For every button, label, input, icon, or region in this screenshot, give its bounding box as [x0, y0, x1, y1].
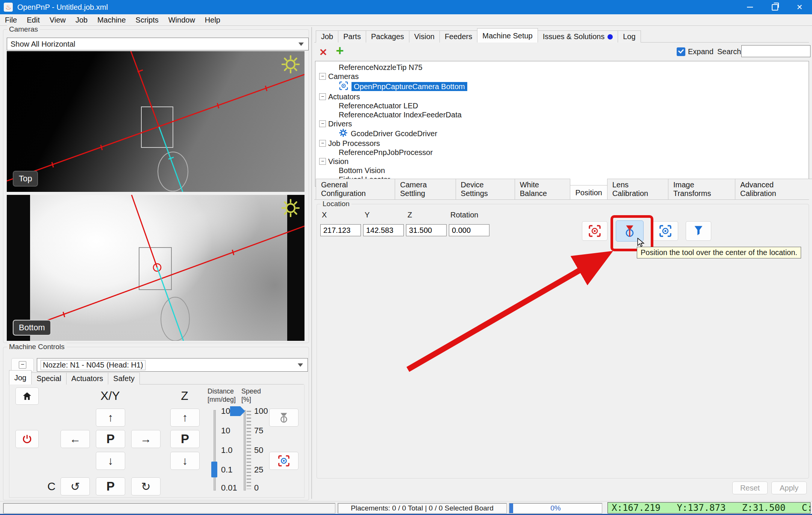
power-button[interactable] [15, 430, 39, 448]
jog-y-plus-button[interactable]: ↑ [96, 409, 125, 427]
tab-issues-solutions[interactable]: Issues & Solutions [538, 30, 618, 43]
tree-item[interactable]: ReferenceActuator LED [315, 101, 809, 110]
tree-item[interactable]: ReferenceActuator IndexFeederData [315, 110, 809, 119]
tree-item[interactable]: Bottom Vision [315, 166, 809, 175]
tab-jog[interactable]: Jog [9, 370, 32, 384]
menu-edit[interactable]: Edit [22, 16, 44, 24]
camera-view-top[interactable]: Top [7, 51, 304, 192]
apply-button[interactable]: Apply [771, 482, 807, 494]
tab-actuators[interactable]: Actuators [66, 372, 108, 384]
delete-icon: ✕ [319, 47, 327, 58]
distance-slider[interactable] [214, 410, 216, 491]
jog-z-minus-button[interactable]: ↓ [170, 452, 200, 470]
menu-window[interactable]: Window [164, 16, 200, 24]
close-button[interactable]: ✕ [787, 0, 812, 14]
home-button[interactable] [15, 387, 39, 405]
distance-tick: 0.1 [221, 465, 233, 475]
park-z-button[interactable]: P [170, 430, 200, 448]
collapse-controls-button[interactable]: − [11, 358, 34, 372]
tab-special[interactable]: Special [31, 372, 67, 384]
speed-tick: 0 [254, 483, 259, 493]
tab-packages[interactable]: Packages [366, 30, 409, 43]
tree-item-gcodedriver[interactable]: GcodeDriver GcodeDriver [315, 128, 809, 139]
x-field[interactable] [320, 224, 361, 236]
tab-safety[interactable]: Safety [108, 372, 140, 384]
chevron-down-icon [298, 43, 304, 46]
collapse-icon[interactable]: − [319, 158, 326, 165]
collapse-icon[interactable]: − [319, 140, 326, 147]
tab-log[interactable]: Log [618, 30, 641, 43]
jog-x-plus-button[interactable]: → [131, 430, 161, 448]
tab-position[interactable]: Position [570, 185, 607, 199]
tab-camera-settling[interactable]: Camera Settling [395, 179, 456, 199]
menu-machine[interactable]: Machine [92, 16, 131, 24]
rotation-field-label: Rotation [450, 211, 479, 219]
menu-job[interactable]: Job [71, 16, 92, 24]
expand-label: Expand [688, 47, 714, 56]
tree-item[interactable]: ReferenceNozzleTip N75 [315, 63, 809, 72]
title-bar: ♨ OpenPnP - Untitled.job.xml ✕ [0, 0, 812, 14]
location-group-title: Location [321, 200, 351, 208]
camera-light-icon[interactable] [281, 199, 300, 217]
capture-camera-button[interactable] [269, 452, 298, 470]
tab-machine-setup[interactable]: Machine Setup [477, 28, 538, 43]
tree-item-vision[interactable]: −Vision [315, 157, 809, 166]
tab-feeders[interactable]: Feeders [439, 30, 477, 43]
tree-item-selected[interactable]: OpenPnpCaptureCamera Bottom [315, 81, 809, 92]
jog-y-minus-button[interactable]: ↓ [96, 452, 125, 470]
position-tool-button-disabled[interactable] [269, 409, 298, 427]
tab-advanced-calibration[interactable]: Advanced Calibration [735, 179, 812, 199]
controls-tab-bar: Jog Special Actuators Safety [9, 372, 139, 384]
y-field[interactable] [363, 224, 404, 236]
menu-file[interactable]: File [0, 16, 22, 24]
menu-view[interactable]: View [45, 16, 71, 24]
add-item-button[interactable]: + [334, 43, 346, 56]
reset-button[interactable]: Reset [732, 482, 768, 494]
status-bar: Placements: 0 / 0 Total | 0 / 0 Selected… [0, 501, 812, 514]
rotate-ccw-button[interactable]: ↺ [61, 477, 90, 495]
tree-item[interactable]: ReferencePnpJobProcessor [315, 148, 809, 157]
jog-z-plus-button[interactable]: ↑ [170, 409, 200, 427]
collapse-icon[interactable]: − [319, 120, 326, 127]
panel-splitter[interactable] [311, 27, 312, 499]
capture-tool-location-button[interactable] [686, 221, 711, 241]
rotation-field[interactable] [449, 224, 489, 236]
rotate-cw-button[interactable]: ↻ [131, 477, 161, 495]
menu-scripts[interactable]: Scripts [131, 16, 164, 24]
tab-job[interactable]: Job [316, 30, 338, 43]
search-input[interactable] [741, 45, 810, 57]
park-c-button[interactable]: P [96, 477, 125, 495]
park-xy-button[interactable]: P [96, 430, 125, 448]
arrow-left-icon: ← [70, 433, 81, 445]
minimize-button[interactable] [738, 0, 762, 14]
tab-device-settings[interactable]: Device Settings [456, 179, 515, 199]
collapse-icon[interactable]: − [319, 73, 326, 80]
gear-icon [339, 128, 348, 140]
expand-checkbox[interactable] [677, 47, 685, 56]
jog-x-minus-button[interactable]: ← [61, 430, 90, 448]
tab-parts[interactable]: Parts [338, 30, 366, 43]
tab-general-configuration[interactable]: General Configuration [316, 179, 395, 199]
minimize-icon [747, 7, 753, 8]
camera-light-icon[interactable] [281, 55, 300, 74]
distance-slider-handle[interactable] [211, 462, 217, 477]
menu-help[interactable]: Help [200, 16, 225, 24]
tab-lens-calibration[interactable]: Lens Calibration [607, 179, 668, 199]
delete-item-button[interactable]: ✕ [317, 47, 329, 59]
tab-white-balance[interactable]: White Balance [515, 179, 571, 199]
tree-item-actuators[interactable]: −Actuators [315, 92, 809, 101]
camera-view-bottom[interactable]: Bottom [7, 195, 304, 341]
collapse-icon[interactable]: − [319, 93, 326, 100]
tab-image-transforms[interactable]: Image Transforms [668, 179, 735, 199]
nozzle-selector-dropdown[interactable]: Nozzle: N1 - N045 (Head: H1) [37, 358, 308, 372]
tree-item-cameras[interactable]: −Cameras [315, 72, 809, 81]
camera-selector-dropdown[interactable]: Show All Horizontal [7, 38, 309, 50]
z-field[interactable] [406, 224, 447, 236]
progress-text: 0% [509, 503, 602, 513]
tab-vision[interactable]: Vision [409, 30, 440, 43]
tree-item-job-processors[interactable]: −Job Processors [315, 139, 809, 148]
restore-button[interactable] [762, 0, 787, 14]
speed-slider[interactable] [244, 410, 246, 491]
tree-item-drivers[interactable]: −Drivers [315, 119, 809, 128]
capture-camera-location-button[interactable] [653, 221, 678, 241]
